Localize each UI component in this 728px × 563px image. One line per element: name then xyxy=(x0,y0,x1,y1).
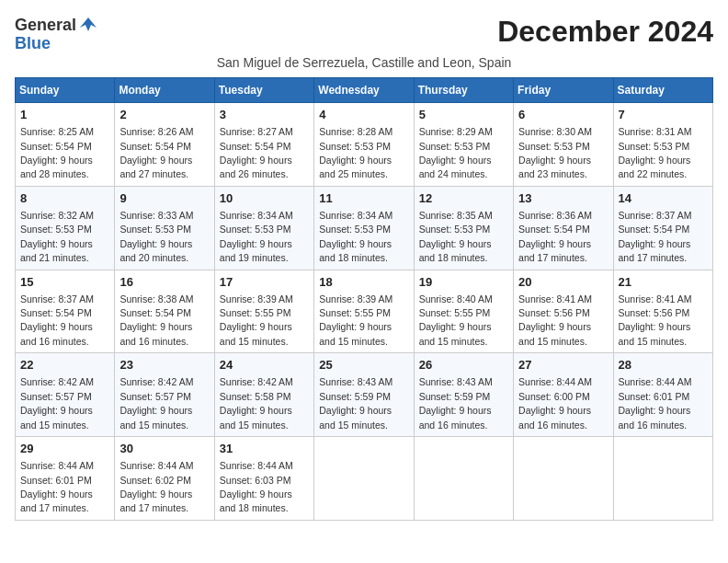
day-number: 17 xyxy=(220,274,309,291)
day-info: Sunrise: 8:36 AMSunset: 5:54 PMDaylight:… xyxy=(518,210,592,263)
day-number: 16 xyxy=(119,274,209,291)
day-info: Sunrise: 8:34 AMSunset: 5:53 PMDaylight:… xyxy=(220,210,293,263)
day-number: 6 xyxy=(518,107,608,123)
day-info: Sunrise: 8:44 AMSunset: 6:02 PMDaylight:… xyxy=(119,460,193,513)
calendar-day-2: 2Sunrise: 8:26 AMSunset: 5:54 PMDaylight… xyxy=(115,103,214,187)
day-info: Sunrise: 8:32 AMSunset: 5:53 PMDaylight:… xyxy=(20,210,94,263)
day-info: Sunrise: 8:44 AMSunset: 6:00 PMDaylight:… xyxy=(518,376,592,430)
day-info: Sunrise: 8:44 AMSunset: 6:01 PMDaylight:… xyxy=(619,376,692,430)
day-info: Sunrise: 8:43 AMSunset: 5:59 PMDaylight:… xyxy=(419,376,493,430)
logo-bird-icon xyxy=(78,15,98,35)
calendar-day-4: 4Sunrise: 8:28 AMSunset: 5:53 PMDaylight… xyxy=(314,103,414,187)
calendar-day-26: 26Sunrise: 8:43 AMSunset: 5:59 PMDayligh… xyxy=(414,353,513,437)
day-number: 8 xyxy=(20,190,109,207)
day-info: Sunrise: 8:39 AMSunset: 5:55 PMDaylight:… xyxy=(319,293,392,347)
calendar-day-1: 1Sunrise: 8:25 AMSunset: 5:54 PMDaylight… xyxy=(16,103,115,187)
day-info: Sunrise: 8:35 AMSunset: 5:53 PMDaylight:… xyxy=(419,210,493,263)
day-number: 18 xyxy=(319,274,408,291)
day-number: 23 xyxy=(119,357,209,373)
day-number: 28 xyxy=(619,357,708,373)
logo: General Blue xyxy=(15,15,98,52)
logo-general-text: General xyxy=(15,17,76,33)
calendar-day-15: 15Sunrise: 8:37 AMSunset: 5:54 PMDayligh… xyxy=(16,270,115,353)
day-number: 30 xyxy=(119,441,209,457)
day-number: 12 xyxy=(419,190,508,207)
day-info: Sunrise: 8:42 AMSunset: 5:58 PMDaylight:… xyxy=(220,376,293,430)
calendar-day-30: 30Sunrise: 8:44 AMSunset: 6:02 PMDayligh… xyxy=(115,437,214,521)
calendar-day-25: 25Sunrise: 8:43 AMSunset: 5:59 PMDayligh… xyxy=(314,353,414,437)
day-number: 9 xyxy=(119,190,209,207)
day-info: Sunrise: 8:43 AMSunset: 5:59 PMDaylight:… xyxy=(319,376,392,430)
day-number: 5 xyxy=(419,107,508,123)
day-info: Sunrise: 8:38 AMSunset: 5:54 PMDaylight:… xyxy=(119,293,193,347)
day-number: 13 xyxy=(518,190,608,207)
day-info: Sunrise: 8:33 AMSunset: 5:53 PMDaylight:… xyxy=(119,210,193,263)
day-number: 4 xyxy=(319,107,408,123)
calendar-day-18: 18Sunrise: 8:39 AMSunset: 5:55 PMDayligh… xyxy=(314,270,414,353)
day-number: 25 xyxy=(319,357,408,373)
calendar-day-17: 17Sunrise: 8:39 AMSunset: 5:55 PMDayligh… xyxy=(214,270,313,353)
dow-header-monday: Monday xyxy=(115,78,214,103)
empty-cell xyxy=(514,437,613,521)
calendar-day-13: 13Sunrise: 8:36 AMSunset: 5:54 PMDayligh… xyxy=(514,186,613,270)
day-number: 2 xyxy=(119,107,209,123)
calendar-day-5: 5Sunrise: 8:29 AMSunset: 5:53 PMDaylight… xyxy=(414,103,513,187)
calendar-day-12: 12Sunrise: 8:35 AMSunset: 5:53 PMDayligh… xyxy=(414,186,513,270)
day-number: 31 xyxy=(220,441,309,457)
calendar-day-28: 28Sunrise: 8:44 AMSunset: 6:01 PMDayligh… xyxy=(613,353,712,437)
month-title: December 2024 xyxy=(497,15,713,49)
day-info: Sunrise: 8:37 AMSunset: 5:54 PMDaylight:… xyxy=(619,210,692,263)
calendar-day-27: 27Sunrise: 8:44 AMSunset: 6:00 PMDayligh… xyxy=(514,353,613,437)
day-info: Sunrise: 8:28 AMSunset: 5:53 PMDaylight:… xyxy=(319,126,392,179)
calendar-day-31: 31Sunrise: 8:44 AMSunset: 6:03 PMDayligh… xyxy=(214,437,313,521)
day-number: 22 xyxy=(20,357,109,373)
calendar-day-23: 23Sunrise: 8:42 AMSunset: 5:57 PMDayligh… xyxy=(115,353,214,437)
dow-header-friday: Friday xyxy=(514,78,613,103)
calendar-day-22: 22Sunrise: 8:42 AMSunset: 5:57 PMDayligh… xyxy=(16,353,115,437)
calendar-day-20: 20Sunrise: 8:41 AMSunset: 5:56 PMDayligh… xyxy=(514,270,613,353)
day-number: 3 xyxy=(220,107,309,123)
day-info: Sunrise: 8:29 AMSunset: 5:53 PMDaylight:… xyxy=(419,126,493,179)
day-info: Sunrise: 8:27 AMSunset: 5:54 PMDaylight:… xyxy=(220,126,293,179)
day-number: 10 xyxy=(220,190,309,207)
day-number: 7 xyxy=(619,107,708,123)
day-number: 27 xyxy=(518,357,608,373)
calendar-day-24: 24Sunrise: 8:42 AMSunset: 5:58 PMDayligh… xyxy=(214,353,313,437)
day-info: Sunrise: 8:40 AMSunset: 5:55 PMDaylight:… xyxy=(419,293,493,347)
day-info: Sunrise: 8:31 AMSunset: 5:53 PMDaylight:… xyxy=(619,126,692,179)
day-number: 14 xyxy=(619,190,708,207)
empty-cell xyxy=(314,437,414,521)
day-info: Sunrise: 8:37 AMSunset: 5:54 PMDaylight:… xyxy=(20,293,94,347)
calendar-day-6: 6Sunrise: 8:30 AMSunset: 5:53 PMDaylight… xyxy=(514,103,613,187)
day-number: 1 xyxy=(20,107,109,123)
logo-blue-text: Blue xyxy=(15,35,51,52)
calendar-day-10: 10Sunrise: 8:34 AMSunset: 5:53 PMDayligh… xyxy=(214,186,313,270)
calendar-day-11: 11Sunrise: 8:34 AMSunset: 5:53 PMDayligh… xyxy=(314,186,414,270)
calendar-day-8: 8Sunrise: 8:32 AMSunset: 5:53 PMDaylight… xyxy=(16,186,115,270)
location-subtitle: San Miguel de Serrezuela, Castille and L… xyxy=(15,55,713,70)
day-info: Sunrise: 8:44 AMSunset: 6:03 PMDaylight:… xyxy=(220,460,293,513)
header: General Blue December 2024 xyxy=(15,15,713,52)
day-number: 21 xyxy=(619,274,708,291)
dow-header-tuesday: Tuesday xyxy=(214,78,313,103)
day-number: 15 xyxy=(20,274,109,291)
calendar-day-3: 3Sunrise: 8:27 AMSunset: 5:54 PMDaylight… xyxy=(214,103,313,187)
day-info: Sunrise: 8:34 AMSunset: 5:53 PMDaylight:… xyxy=(319,210,392,263)
empty-cell xyxy=(613,437,712,521)
day-info: Sunrise: 8:42 AMSunset: 5:57 PMDaylight:… xyxy=(119,376,193,430)
calendar-day-16: 16Sunrise: 8:38 AMSunset: 5:54 PMDayligh… xyxy=(115,270,214,353)
day-number: 26 xyxy=(419,357,508,373)
calendar-day-9: 9Sunrise: 8:33 AMSunset: 5:53 PMDaylight… xyxy=(115,186,214,270)
calendar-table: SundayMondayTuesdayWednesdayThursdayFrid… xyxy=(15,77,713,521)
dow-header-wednesday: Wednesday xyxy=(314,78,414,103)
day-info: Sunrise: 8:25 AMSunset: 5:54 PMDaylight:… xyxy=(20,126,94,179)
empty-cell xyxy=(414,437,513,521)
dow-header-sunday: Sunday xyxy=(16,78,115,103)
calendar-day-21: 21Sunrise: 8:41 AMSunset: 5:56 PMDayligh… xyxy=(613,270,712,353)
day-info: Sunrise: 8:44 AMSunset: 6:01 PMDaylight:… xyxy=(20,460,94,513)
calendar-day-14: 14Sunrise: 8:37 AMSunset: 5:54 PMDayligh… xyxy=(613,186,712,270)
day-number: 19 xyxy=(419,274,508,291)
day-info: Sunrise: 8:42 AMSunset: 5:57 PMDaylight:… xyxy=(20,376,94,430)
svg-marker-0 xyxy=(80,17,97,31)
day-number: 24 xyxy=(220,357,309,373)
